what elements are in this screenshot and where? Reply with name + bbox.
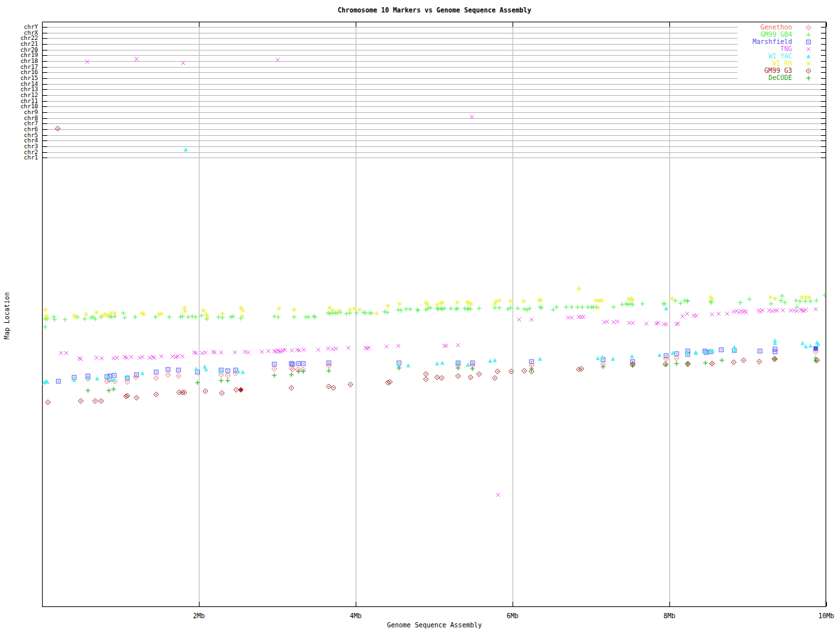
x-tick-top — [356, 22, 356, 27]
y-tick-right — [821, 118, 826, 119]
y-tick-left — [43, 123, 47, 124]
y-tick-left — [43, 61, 47, 62]
x-tick-top — [199, 22, 200, 27]
y-tick-right — [821, 27, 826, 28]
y-tick-label: chr1 — [3, 155, 38, 161]
x-tick-top — [669, 22, 670, 27]
x-tick-bottom — [669, 602, 670, 606]
x-tick-bottom — [513, 602, 513, 606]
y-tick-right — [821, 140, 826, 141]
y-tick-right — [821, 61, 826, 62]
y-tick-left — [43, 44, 47, 45]
y-tick-right — [821, 33, 826, 33]
plot-border — [42, 22, 826, 607]
y-tick-left — [43, 146, 47, 147]
x-tick-bottom — [199, 602, 200, 606]
y-tick-left — [43, 72, 47, 73]
y-tick-right — [821, 106, 826, 107]
x-tick-label: 10Mb — [818, 612, 834, 620]
x-tick-top — [826, 22, 827, 27]
x-tick-bottom — [356, 602, 356, 606]
y-tick-left — [43, 101, 47, 102]
x-tick-label: 6Mb — [507, 612, 518, 620]
y-axis-title: Map Location — [3, 292, 10, 339]
y-tick-right — [821, 112, 826, 113]
y-tick-left — [43, 112, 47, 113]
y-tick-left — [43, 158, 47, 158]
y-tick-left — [43, 67, 47, 68]
chart-title: Chromosome 10 Markers vs Genome Sequence… — [42, 7, 827, 14]
y-tick-right — [821, 101, 826, 102]
y-tick-left — [43, 27, 47, 28]
y-tick-right — [821, 55, 826, 56]
y-tick-left — [43, 78, 47, 79]
y-tick-right — [821, 135, 826, 136]
y-tick-right — [821, 84, 826, 85]
y-tick-right — [821, 146, 826, 147]
y-tick-right — [821, 129, 826, 130]
y-tick-left — [43, 106, 47, 107]
y-tick-right — [821, 78, 826, 79]
x-tick-bottom — [826, 602, 827, 606]
y-tick-left — [43, 95, 47, 96]
x-tick-label: 2Mb — [193, 612, 205, 620]
x-axis-title: Genome Sequence Assembly — [42, 621, 827, 629]
y-tick-right — [821, 44, 826, 45]
y-tick-left — [43, 89, 47, 90]
y-tick-right — [821, 95, 826, 96]
y-tick-right — [821, 152, 826, 153]
y-tick-left — [43, 140, 47, 141]
y-tick-left — [43, 84, 47, 85]
y-tick-right — [821, 158, 826, 158]
y-tick-left — [43, 55, 47, 56]
y-tick-right — [821, 50, 826, 51]
y-tick-left — [43, 38, 47, 39]
x-tick-top — [513, 22, 513, 27]
chart-canvas: Chromosome 10 Markers vs Genome Sequence… — [0, 0, 840, 630]
y-tick-left — [43, 50, 47, 51]
y-tick-right — [821, 67, 826, 68]
y-tick-right — [821, 123, 826, 124]
y-tick-left — [43, 135, 47, 136]
y-tick-left — [43, 129, 47, 130]
y-tick-right — [821, 72, 826, 73]
y-tick-left — [43, 152, 47, 153]
y-tick-left — [43, 118, 47, 119]
y-tick-right — [821, 38, 826, 39]
x-tick-label: 4Mb — [350, 612, 362, 620]
y-tick-right — [821, 89, 826, 90]
x-tick-label: 8Mb — [663, 612, 675, 620]
y-tick-left — [43, 33, 47, 33]
